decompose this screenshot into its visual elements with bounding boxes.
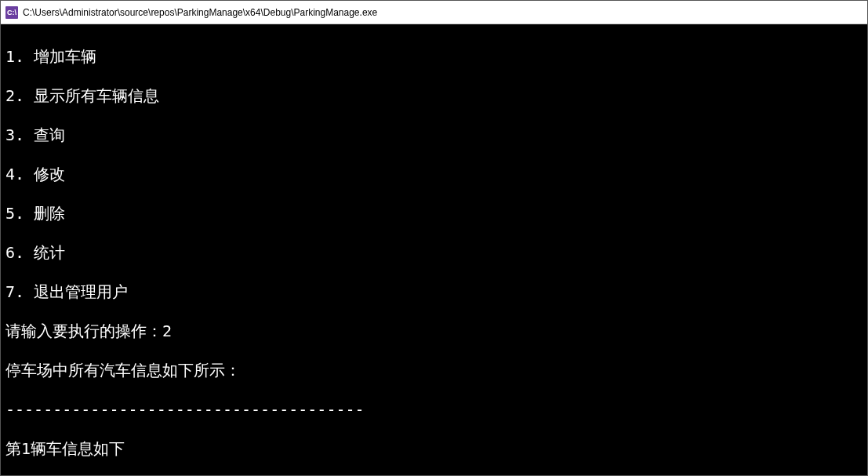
menu-item: 5. 删除 bbox=[5, 204, 863, 223]
divider: -------------------------------------- bbox=[5, 400, 863, 420]
output-header: 停车场中所有汽车信息如下所示： bbox=[5, 361, 863, 380]
menu-item: 4. 修改 bbox=[5, 165, 863, 184]
console-window: C:\ C:\Users\Administrator\source\repos\… bbox=[0, 0, 868, 476]
menu-item: 7. 退出管理用户 bbox=[5, 282, 863, 302]
menu-item: 2. 显示所有车辆信息 bbox=[5, 86, 863, 106]
console-output[interactable]: 1. 增加车辆 2. 显示所有车辆信息 3. 查询 4. 修改 5. 删除 6.… bbox=[1, 24, 867, 475]
app-icon: C:\ bbox=[5, 6, 18, 19]
car-title: 第1辆车信息如下 bbox=[5, 439, 863, 459]
window-title: C:\Users\Administrator\source\repos\Park… bbox=[23, 7, 863, 18]
titlebar[interactable]: C:\ C:\Users\Administrator\source\repos\… bbox=[1, 1, 867, 24]
input-prompt: 请输入要执行的操作：2 bbox=[5, 322, 863, 341]
menu-item: 3. 查询 bbox=[5, 125, 863, 145]
menu-item: 1. 增加车辆 bbox=[5, 47, 863, 67]
menu-item: 6. 统计 bbox=[5, 243, 863, 263]
